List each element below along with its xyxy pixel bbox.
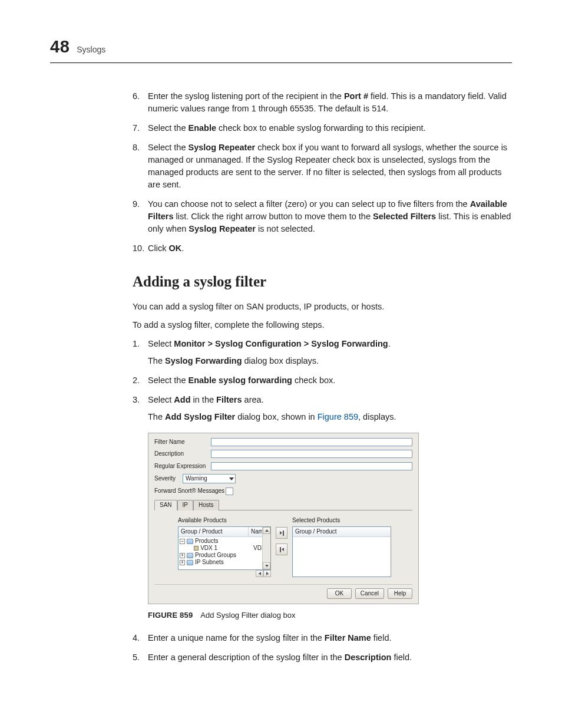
bold-text: Available Filters [148,199,507,221]
step-body: Select the Enable check box to enable sy… [148,122,512,134]
step: 6.Enter the syslog listening port of the… [133,90,512,115]
step-number: 3. [133,394,148,423]
step-body: Select the Syslog Repeater check box if … [148,141,512,191]
cancel-button[interactable]: Cancel [355,588,384,599]
input-description[interactable] [211,450,412,458]
select-severity[interactable]: Warning [183,474,236,483]
step-body: Enter a general description of the syslo… [148,651,512,664]
step-number: 10. [133,242,148,255]
step: 10.Click OK. [133,242,512,255]
label-description: Description [154,450,211,459]
step: 1.Select Monitor > Syslog Configuration … [133,338,512,367]
tab-ip[interactable]: IP [177,500,193,511]
section-heading: Adding a syslog filter [133,271,512,292]
header-rule [50,62,512,63]
tab-hosts[interactable]: Hosts [193,500,219,511]
running-head: 48 Syslogs [50,34,512,59]
chapter-number: 48 [50,34,70,59]
input-filter-name[interactable] [211,438,412,446]
collapse-icon[interactable]: − [180,539,185,544]
step-number: 5. [133,651,148,664]
bold-text: Monitor > Syslog Configuration > Syslog … [174,339,388,348]
intro-2: To add a syslog filter, complete the fol… [133,319,512,331]
step-number: 8. [133,141,148,191]
figure-link[interactable]: Figure 859 [318,412,358,421]
tab-san[interactable]: SAN [154,500,177,511]
folder-icon [187,539,193,544]
intro-1: You can add a syslog filter on SAN produ… [133,301,512,313]
folder-icon [187,553,193,558]
tree-ip-subnets: IP Subnets [195,558,224,567]
steps-mid: 1.Select Monitor > Syslog Configuration … [133,338,512,423]
scroll-left-icon[interactable] [256,570,263,577]
steps-bottom: 4.Enter a unique name for the syslog fil… [133,632,512,664]
device-icon [194,546,199,551]
step: 3.Select Add in the Filters area.The Add… [133,394,512,423]
chevron-down-icon [229,477,234,480]
figure-dialog: Filter Name Description Regular Expressi… [148,433,512,605]
scrollbar-vertical[interactable] [262,527,270,569]
label-severity: Severity [154,475,183,483]
scroll-right-icon[interactable] [263,570,271,577]
figure-number: FIGURE 859 [148,611,193,620]
move-left-button[interactable] [276,543,287,555]
step-subpara: The Add Syslog Filter dialog box, shown … [148,411,512,423]
bold-text: Filter Name [325,633,371,643]
tree: − Products VDX 1 VDX 1 [178,537,270,566]
col-group-product: Group / Product [178,527,249,537]
col-group-product-right: Group / Product [293,527,391,537]
folder-icon [187,560,193,565]
bold-text: Enable syslog forwarding [189,375,292,385]
expand-icon[interactable]: + [180,560,185,565]
step: 9.You can choose not to select a filter … [133,198,512,235]
step-number: 1. [133,338,148,367]
step-body: Select the Enable syslog forwarding chec… [148,374,512,387]
selected-products-title: Selected Products [292,516,391,525]
bold-text: Add Syslog Filter [165,412,235,421]
selected-products-list[interactable]: Group / Product [292,526,391,577]
bold-text: Enable [189,123,217,133]
scrollbar-horizontal[interactable] [178,570,271,577]
label-snort: Forward Snort® Messages [154,487,224,496]
bold-text: Syslog Repeater [189,143,256,152]
scroll-down-icon[interactable] [263,562,270,569]
label-regex: Regular Expression [154,462,211,471]
label-filter-name: Filter Name [154,438,211,447]
steps-top: 6.Enter the syslog listening port of the… [133,90,512,255]
mover-buttons [276,527,287,555]
step: 4.Enter a unique name for the syslog fil… [133,632,512,644]
checkbox-snort[interactable] [226,487,233,495]
tabs: SAN IP Hosts [154,499,412,511]
page: 48 Syslogs 6.Enter the syslog listening … [0,0,562,728]
add-syslog-filter-dialog: Filter Name Description Regular Expressi… [148,433,419,605]
bold-text: Filters [216,395,242,404]
select-severity-value: Warning [186,475,207,483]
move-right-button[interactable] [276,527,287,539]
content: 6.Enter the syslog listening port of the… [133,90,512,664]
step-number: 2. [133,374,148,387]
help-button[interactable]: Help [388,588,412,599]
bold-text: Syslog Repeater [189,224,256,233]
step-number: 6. [133,90,148,115]
step: 2.Select the Enable syslog forwarding ch… [133,374,512,387]
step-subpara: The Syslog Forwarding dialog box display… [148,355,512,367]
ok-button[interactable]: OK [327,588,352,599]
scroll-up-icon[interactable] [263,527,270,534]
step-body: Select Add in the Filters area.The Add S… [148,394,512,423]
available-products-title: Available Products [178,516,271,525]
step-body: You can choose not to select a filter (z… [148,198,512,235]
expand-icon[interactable]: + [180,553,185,558]
step-body: Enter a unique name for the syslog filte… [148,632,512,644]
bold-text: Add [174,395,190,404]
available-products-list[interactable]: Group / Product Name − Products [178,526,271,570]
panels: Available Products Group / Product Name … [154,510,412,579]
step-body: Select Monitor > Syslog Configuration > … [148,338,512,367]
input-regex[interactable] [211,462,412,470]
step-body: Enter the syslog listening port of the r… [148,90,512,115]
bold-text: Syslog Forwarding [165,356,242,365]
step: 8.Select the Syslog Repeater check box i… [133,141,512,191]
step-body: Click OK. [148,242,512,255]
step-number: 9. [133,198,148,235]
bold-text: Selected Filters [373,212,436,221]
step-number: 4. [133,632,148,644]
